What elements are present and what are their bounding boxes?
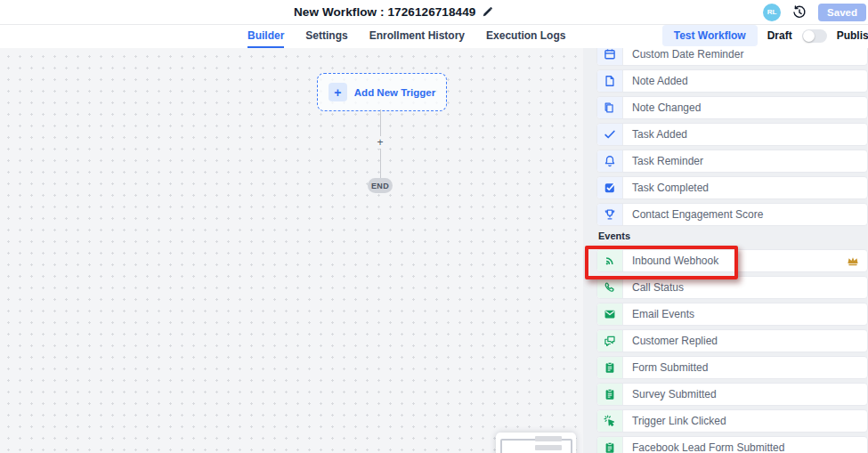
- trigger-item-facebook-lead-form-submitted[interactable]: Facebook Lead Form Submitted: [596, 436, 868, 453]
- header-right-controls: RL Saved: [763, 0, 866, 24]
- workflow-builder-screen: New Workflow : 1726126718449 RL Saved Bu…: [0, 0, 868, 453]
- tab-bar: Builder Settings Enrollment History Exec…: [0, 25, 868, 48]
- envelope-icon: [597, 303, 623, 325]
- page-title: New Workflow : 1726126718449: [294, 5, 475, 19]
- checkbox-icon: [597, 177, 623, 198]
- trigger-item-label: Facebook Lead Form Submitted: [623, 437, 784, 453]
- tab-actions: Test Workflow Draft Publish: [662, 23, 868, 48]
- trigger-item-label: Note Added: [623, 70, 688, 92]
- phone-icon: [597, 277, 623, 298]
- workflow-canvas[interactable]: + Add New Trigger + END: [0, 48, 584, 453]
- trigger-item-label: Survey Submitted: [623, 384, 717, 405]
- trigger-item-label: Task Added: [623, 124, 687, 145]
- trigger-item-label: Note Changed: [623, 97, 701, 118]
- add-trigger-label: Add New Trigger: [354, 87, 435, 98]
- chat-icon: [597, 330, 623, 352]
- publish-toggle[interactable]: [802, 29, 827, 43]
- test-workflow-button[interactable]: Test Workflow: [662, 25, 758, 46]
- trophy-icon: [597, 204, 623, 225]
- tab-settings[interactable]: Settings: [305, 25, 347, 48]
- preview-card: [496, 433, 576, 453]
- crown-premium-icon: [847, 255, 860, 268]
- trigger-panel-list: Custom Date ReminderNote AddedNote Chang…: [583, 41, 868, 453]
- clipboard-icon: [597, 384, 623, 405]
- trigger-item-contact-engagement-score[interactable]: Contact Engagement Score: [596, 203, 868, 226]
- trigger-item-task-added[interactable]: Task Added: [596, 123, 868, 146]
- publish-label: Publish: [837, 29, 868, 42]
- trigger-item-trigger-link-clicked[interactable]: Trigger Link Clicked: [596, 409, 868, 433]
- trigger-item-label: Customer Replied: [623, 330, 718, 352]
- tab-enrollment-history[interactable]: Enrollment History: [369, 25, 465, 48]
- trigger-item-inbound-webhook[interactable]: Inbound Webhook: [596, 249, 868, 272]
- edit-title-pencil-icon[interactable]: [482, 6, 493, 18]
- tab-execution-logs[interactable]: Execution Logs: [486, 25, 565, 48]
- toggle-knob: [803, 30, 815, 42]
- plus-icon: +: [329, 83, 347, 101]
- trigger-item-survey-submitted[interactable]: Survey Submitted: [596, 383, 868, 406]
- trigger-item-form-submitted[interactable]: Form Submitted: [596, 356, 868, 379]
- trigger-item-task-reminder[interactable]: Task Reminder: [596, 150, 868, 173]
- trigger-item-label: Email Events: [623, 303, 694, 325]
- user-avatar[interactable]: RL: [763, 4, 781, 21]
- preview-placeholder-bar: [535, 436, 562, 441]
- webhook-icon: [597, 250, 623, 271]
- trigger-item-label: Call Status: [623, 277, 684, 298]
- workflow-title-wrap: New Workflow : 1726126718449: [294, 0, 493, 24]
- trigger-item-call-status[interactable]: Call Status: [596, 276, 868, 299]
- bell-icon: [597, 150, 623, 172]
- check-icon: [597, 124, 623, 145]
- notes-copy-icon: [597, 97, 623, 118]
- trigger-item-label: Contact Engagement Score: [623, 204, 763, 225]
- clipboard-icon: [597, 357, 623, 378]
- trigger-item-label: Task Completed: [623, 177, 709, 198]
- add-new-trigger-button[interactable]: + Add New Trigger: [317, 73, 447, 111]
- clipboard-icon: [597, 437, 623, 453]
- trigger-item-label: Form Submitted: [623, 357, 708, 378]
- top-header: New Workflow : 1726126718449 RL Saved: [0, 0, 868, 25]
- tabs: Builder Settings Enrollment History Exec…: [247, 25, 565, 48]
- connector-add-step-icon[interactable]: +: [374, 136, 386, 149]
- note-icon: [597, 70, 623, 92]
- history-icon[interactable]: [792, 5, 807, 20]
- events-section-label: Events: [598, 230, 868, 242]
- cursor-click-icon: [597, 410, 623, 432]
- saved-button[interactable]: Saved: [818, 4, 866, 21]
- trigger-item-note-added[interactable]: Note Added: [596, 69, 868, 93]
- trigger-item-label: Inbound Webhook: [623, 250, 718, 271]
- preview-placeholder-bar: [535, 445, 562, 450]
- trigger-item-label: Trigger Link Clicked: [623, 410, 726, 432]
- trigger-item-note-changed[interactable]: Note Changed: [596, 96, 868, 119]
- trigger-item-customer-replied[interactable]: Customer Replied: [596, 329, 868, 352]
- trigger-item-label: Task Reminder: [623, 150, 703, 172]
- end-node: END: [368, 178, 393, 193]
- trigger-item-email-events[interactable]: Email Events: [596, 303, 868, 326]
- trigger-item-task-completed[interactable]: Task Completed: [596, 176, 868, 199]
- draft-label: Draft: [767, 29, 792, 42]
- tab-builder[interactable]: Builder: [247, 25, 284, 48]
